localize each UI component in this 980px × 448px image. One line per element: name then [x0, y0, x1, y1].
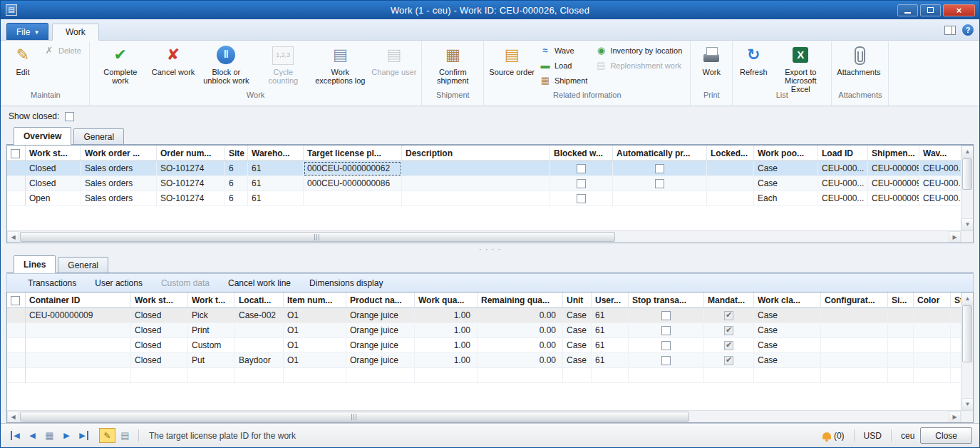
nav-previous-button[interactable]: ◀: [25, 429, 40, 443]
lines-column-header-color[interactable]: Color: [914, 292, 951, 308]
checkbox[interactable]: [661, 341, 671, 350]
company-indicator[interactable]: ceu: [901, 431, 914, 441]
scroll-left-button[interactable]: [7, 411, 19, 423]
checkbox[interactable]: [724, 311, 733, 320]
overview-column-header-work-st[interactable]: Work st...: [26, 146, 81, 161]
overview-column-header-shipmen[interactable]: Shipmen...: [868, 146, 919, 161]
action-user-actions[interactable]: User actions: [86, 278, 152, 288]
ribbon-button-work[interactable]: Work: [693, 43, 730, 88]
minimize-button[interactable]: [897, 4, 918, 16]
lines-row[interactable]: ClosedPrintO1Orange juice1.000.00Case61C…: [7, 323, 961, 338]
nav-next-button[interactable]: ▶: [59, 429, 74, 443]
ribbon-button-inventory-by-location[interactable]: Inventory by location: [593, 43, 688, 58]
checkbox[interactable]: [661, 326, 671, 335]
ribbon-button-attachments[interactable]: Attachments: [834, 43, 883, 88]
scroll-thumb[interactable]: [20, 232, 615, 242]
show-closed-checkbox[interactable]: [65, 112, 74, 121]
scroll-down-button[interactable]: [961, 218, 974, 230]
lines-select-all-checkbox[interactable]: [11, 296, 20, 305]
nav-last-button[interactable]: ▶: [76, 429, 91, 443]
action-transactions[interactable]: Transactions: [19, 278, 86, 288]
titlebar[interactable]: ▤ Work (1 - ceu) - Work ID: CEU-000026, …: [1, 1, 979, 19]
ribbon-button-refresh[interactable]: Refresh: [735, 43, 772, 88]
notifications-button[interactable]: (0): [822, 431, 845, 441]
clipboard-button[interactable]: ▤: [118, 429, 133, 443]
layout-icon[interactable]: [944, 26, 956, 35]
checkbox[interactable]: [661, 356, 671, 365]
scroll-down-button[interactable]: [961, 398, 974, 410]
ribbon-button-block-or-unblock-work[interactable]: Block or unblock work: [197, 43, 254, 88]
overview-vertical-scrollbar[interactable]: [961, 146, 973, 230]
lines-column-header-work-t[interactable]: Work t...: [188, 292, 235, 308]
overview-horizontal-scrollbar[interactable]: [7, 230, 973, 243]
action-cancel-work-line[interactable]: Cancel work line: [219, 278, 300, 288]
ribbon-button-work-exceptions-log[interactable]: Work exceptions log: [311, 43, 368, 88]
overview-tab-overview[interactable]: Overview: [14, 127, 71, 145]
lines-column-header-stop-transa[interactable]: Stop transa...: [629, 292, 704, 308]
overview-column-header-order-num[interactable]: Order num...: [157, 146, 225, 161]
scroll-up-button[interactable]: [961, 146, 974, 158]
overview-row[interactable]: OpenSales ordersSO-101274661EachCEU-000.…: [7, 191, 961, 206]
scroll-thumb[interactable]: [20, 412, 689, 422]
scroll-right-button[interactable]: [949, 411, 961, 423]
row-selector[interactable]: [7, 161, 26, 176]
lines-column-header-st[interactable]: St...: [951, 292, 961, 308]
lines-column-header-user[interactable]: User...: [592, 292, 629, 308]
lines-column-header-remaining-qua[interactable]: Remaining qua...: [478, 292, 563, 308]
scroll-up-button[interactable]: [961, 292, 974, 305]
lines-row[interactable]: ClosedCustomO1Orange juice1.000.00Case61…: [7, 338, 961, 353]
lines-vertical-scrollbar[interactable]: [961, 292, 973, 410]
row-selector[interactable]: [7, 308, 26, 323]
scroll-thumb[interactable]: [962, 158, 972, 190]
row-selector[interactable]: [7, 338, 26, 353]
overview-column-header-load-id[interactable]: Load ID: [818, 146, 868, 161]
lines-row[interactable]: CEU-000000009ClosedPickCase-002O1Orange …: [7, 308, 961, 323]
action-dimensions-display[interactable]: Dimensions display: [300, 278, 392, 288]
overview-column-header-site[interactable]: Site: [225, 146, 248, 161]
row-selector[interactable]: [7, 191, 26, 206]
lines-column-header-item-num[interactable]: Item num...: [284, 292, 346, 308]
row-selector[interactable]: [7, 176, 26, 191]
ribbon-button-cancel-work[interactable]: Cancel work: [149, 43, 198, 88]
overview-column-header-target-license-pl[interactable]: Target license pl...: [304, 146, 402, 161]
scroll-right-button[interactable]: [949, 231, 961, 243]
overview-column-header-locked[interactable]: Locked...: [707, 146, 754, 161]
lines-row[interactable]: ClosedPutBaydoorO1Orange juice1.000.00Ca…: [7, 353, 961, 368]
checkbox[interactable]: [724, 341, 733, 350]
row-selector[interactable]: [7, 323, 26, 338]
overview-select-all-checkbox[interactable]: [11, 149, 20, 158]
overview-column-header-blocked-w[interactable]: Blocked w...: [550, 146, 613, 161]
checkbox[interactable]: [655, 179, 664, 188]
lines-column-header-product-na[interactable]: Product na...: [346, 292, 415, 308]
checkbox[interactable]: [577, 179, 586, 188]
maximize-button[interactable]: [920, 4, 941, 16]
overview-tab-general[interactable]: General: [73, 128, 124, 144]
grid-view-button[interactable]: ▦: [42, 429, 57, 443]
lines-column-header-work-cla[interactable]: Work cla...: [754, 292, 821, 308]
lines-column-header-configurat[interactable]: Configurat...: [821, 292, 888, 308]
panel-splitter[interactable]: [1, 243, 979, 255]
checkbox[interactable]: [724, 356, 733, 365]
tab-work[interactable]: Work: [52, 24, 99, 41]
ribbon-button-shipment[interactable]: Shipment: [537, 73, 593, 88]
ribbon-button-wave[interactable]: Wave: [537, 43, 593, 58]
close-window-button[interactable]: ×: [943, 4, 975, 16]
lines-column-header-locati[interactable]: Locati...: [235, 292, 284, 308]
ribbon-button-export-to-microsoft-excel[interactable]: Export to Microsoft Excel: [772, 43, 829, 88]
help-icon[interactable]: ?: [962, 24, 974, 36]
ribbon-button-source-order[interactable]: Source order: [486, 43, 537, 88]
lines-tab-general[interactable]: General: [58, 257, 108, 273]
ribbon-button-load[interactable]: Load: [537, 58, 593, 73]
checkbox[interactable]: [724, 326, 733, 335]
checkbox[interactable]: [577, 164, 586, 173]
overview-row[interactable]: ClosedSales ordersSO-101274661000CEU-000…: [7, 176, 961, 191]
ribbon-button-edit[interactable]: Edit: [4, 43, 41, 88]
lines-column-header-work-qua[interactable]: Work qua...: [415, 292, 478, 308]
checkbox[interactable]: [661, 311, 671, 320]
currency-indicator[interactable]: USD: [864, 431, 882, 441]
row-selector[interactable]: [7, 353, 26, 368]
lines-column-header-container-id[interactable]: Container ID: [26, 292, 131, 308]
checkbox[interactable]: [577, 194, 586, 203]
lines-tab-lines[interactable]: Lines: [14, 255, 56, 273]
close-button[interactable]: Close: [920, 427, 972, 444]
